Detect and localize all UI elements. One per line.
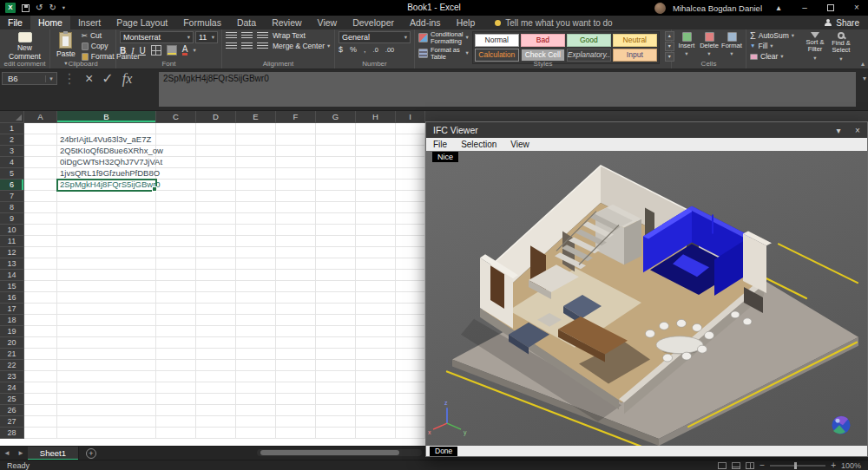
increase-decimal-button[interactable]: .0 [373,46,378,54]
cell-style-normal[interactable]: Normal [475,34,519,47]
page-layout-view-icon[interactable] [732,462,740,469]
cell-E28[interactable] [236,428,276,439]
normal-view-icon[interactable] [718,462,727,469]
merge-center-button[interactable]: Merge & Center▾ [273,42,330,50]
cell-E3[interactable] [236,146,276,157]
cell-H25[interactable] [356,394,396,405]
cell-F20[interactable] [276,337,316,349]
cell-F1[interactable] [276,123,316,134]
select-all-corner[interactable] [0,111,24,123]
cell-H27[interactable] [356,416,396,428]
cell-G9[interactable] [316,213,356,225]
cell-B25[interactable] [57,394,156,405]
cell-D15[interactable] [196,281,236,292]
cell-G7[interactable] [316,191,356,202]
ribbon-tab-formulas[interactable]: Formulas [175,16,229,29]
cell-I22[interactable] [396,360,425,371]
cell-C18[interactable] [156,315,196,326]
page-break-view-icon[interactable] [746,462,754,469]
cell-D11[interactable] [196,236,236,247]
cell-F15[interactable] [276,281,316,292]
user-avatar[interactable] [654,3,666,14]
cell-H24[interactable] [356,382,396,394]
cell-I16[interactable] [396,292,425,304]
cell-I24[interactable] [396,382,425,394]
cell-I27[interactable] [396,416,425,428]
ribbon-display-options-button[interactable]: ▴ [769,0,788,16]
row-header-10[interactable]: 10 [0,225,24,236]
number-format-combo[interactable]: General▾ [339,31,411,43]
cell-H28[interactable] [356,428,396,439]
cell-I6[interactable] [396,180,425,191]
cell-E16[interactable] [236,292,276,304]
cell-H19[interactable] [356,326,396,337]
cell-C15[interactable] [156,281,196,292]
format-cells-button[interactable]: Format▾ [720,31,743,56]
cell-I2[interactable] [396,134,425,146]
cell-C13[interactable] [156,258,196,270]
cell-A1[interactable] [24,123,57,134]
cell-H6[interactable] [356,180,396,191]
cell-G13[interactable] [316,258,356,270]
title-bar[interactable]: X ↺ ↻ ▾ Book1 - Excel Mihalcea Bogdan Da… [0,0,868,16]
cell-H5[interactable] [356,168,396,180]
cell-G25[interactable] [316,394,356,405]
cell-D12[interactable] [196,247,236,258]
zoom-in-icon[interactable]: + [831,460,836,470]
row-header-23[interactable]: 23 [0,371,24,382]
cell-I4[interactable] [396,157,425,168]
cell-E4[interactable] [236,157,276,168]
ifc-minimize-icon[interactable]: ▾ [829,126,848,135]
cell-D18[interactable] [196,315,236,326]
conditional-formatting-button[interactable]: Conditional Formatting▾ [418,31,469,45]
cell-B4[interactable]: 0iDgCWTsH32QhJ7V7JjVAt [57,157,156,168]
cell-B12[interactable] [57,247,156,258]
cell-H13[interactable] [356,258,396,270]
cell-C19[interactable] [156,326,196,337]
cell-D28[interactable] [196,428,236,439]
cell-B20[interactable] [57,337,156,349]
cell-E6[interactable] [236,180,276,191]
cell-F24[interactable] [276,382,316,394]
cell-A16[interactable] [24,292,57,304]
cell-B15[interactable] [57,281,156,292]
cell-H15[interactable] [356,281,396,292]
cell-A24[interactable] [24,382,57,394]
zoom-slider[interactable] [770,465,825,467]
cancel-formula-icon[interactable]: × [85,71,93,87]
ribbon-tab-review[interactable]: Review [264,16,309,29]
tell-me-box[interactable]: Tell me what you want to do [495,16,612,29]
cell-G3[interactable] [316,146,356,157]
cell-H10[interactable] [356,225,396,236]
cell-I23[interactable] [396,371,425,382]
cell-F26[interactable] [276,405,316,416]
cell-B26[interactable] [57,405,156,416]
cell-B23[interactable] [57,371,156,382]
cell-I17[interactable] [396,304,425,315]
cell-E27[interactable] [236,416,276,428]
cell-I5[interactable] [396,168,425,180]
cell-C21[interactable] [156,349,196,360]
cell-H14[interactable] [356,270,396,281]
cell-A12[interactable] [24,247,57,258]
cell-G6[interactable] [316,180,356,191]
ribbon-tab-help[interactable]: Help [449,16,483,29]
cell-D14[interactable] [196,270,236,281]
autosum-button[interactable]: ΣAutoSum▾ [750,31,800,40]
cell-D19[interactable] [196,326,236,337]
ribbon-tab-developer[interactable]: Developer [345,16,402,29]
align-middle-icon[interactable] [241,32,253,40]
cell-B2[interactable]: 24brIAjtL4Vu63l3v_aE7Z [57,134,156,146]
cell-D10[interactable] [196,225,236,236]
cell-F6[interactable] [276,180,316,191]
cell-G11[interactable] [316,236,356,247]
cell-A17[interactable] [24,304,57,315]
save-icon[interactable] [22,4,30,12]
cell-C12[interactable] [156,247,196,258]
cell-I1[interactable] [396,123,425,134]
cell-I13[interactable] [396,258,425,270]
qat-customize-icon[interactable]: ▾ [62,4,65,11]
sort-filter-button[interactable]: Sort & Filter▾ [804,31,826,61]
cell-B21[interactable] [57,349,156,360]
ifc-menu-view[interactable]: View [503,138,536,151]
